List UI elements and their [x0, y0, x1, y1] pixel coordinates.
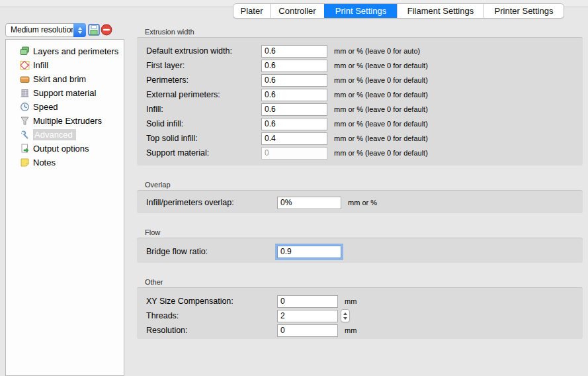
delete-preset-icon[interactable] — [101, 24, 112, 36]
tab-filament-settings[interactable]: Filament Settings — [397, 4, 483, 18]
first-layer-extrusion-width-input[interactable] — [261, 60, 327, 72]
skirt-icon — [20, 74, 30, 84]
save-preset-icon[interactable] — [88, 24, 100, 36]
tree-item-layers-and-perimeters[interactable]: Layers and perimeters — [6, 44, 124, 58]
section-flow: Bridge flow ratio: — [137, 238, 583, 263]
section-title-other: Other — [145, 278, 163, 286]
setting-row: Resolution: mm — [146, 323, 583, 338]
infill-perimeters-overlap-input[interactable] — [277, 197, 341, 209]
threads-input[interactable] — [277, 310, 338, 322]
settings-tree: Layers and perimeters Infill Skirt and b… — [5, 39, 124, 376]
setting-row: Support material: mm or % (leave 0 for d… — [146, 146, 583, 160]
setting-row: Infill: mm or % (leave 0 for default) — [146, 102, 583, 117]
preset-dropdown-value: Medium resolution (S… — [11, 24, 73, 36]
section-other: XY Size Compensation: mm Threads: Resolu… — [137, 287, 583, 339]
speed-icon — [20, 102, 30, 112]
tree-item-skirt-and-brim[interactable]: Skirt and brim — [6, 72, 124, 86]
external-perimeters-extrusion-width-input[interactable] — [261, 89, 327, 101]
tab-printer-settings[interactable]: Printer Settings — [483, 4, 564, 18]
setting-row: Threads: — [146, 308, 583, 323]
setting-row: External perimeters: mm or % (leave 0 fo… — [146, 87, 583, 102]
setting-row: XY Size Compensation: mm — [146, 294, 583, 308]
slic3r-print-settings-window: Plater Controller Print Settings Filamen… — [0, 0, 588, 376]
perimeters-extrusion-width-input[interactable] — [261, 74, 327, 87]
tab-print-settings[interactable]: Print Settings — [324, 4, 397, 18]
support-material-icon — [20, 88, 30, 98]
setting-row: Default extrusion width: mm or % (leave … — [146, 44, 583, 58]
tree-item-output-options[interactable]: Output options — [6, 142, 124, 156]
infill-extrusion-width-input[interactable] — [261, 103, 327, 116]
setting-row: Bridge flow ratio: — [146, 245, 583, 258]
section-title-overlap: Overlap — [145, 181, 171, 189]
resolution-input[interactable] — [277, 324, 338, 337]
layers-icon — [20, 46, 30, 56]
main-tab-bar: Plater Controller Print Settings Filamen… — [233, 3, 564, 19]
preset-dropdown[interactable]: Medium resolution (S… — [5, 23, 86, 37]
tab-controller[interactable]: Controller — [270, 4, 324, 18]
support-material-extrusion-width-input — [261, 147, 327, 160]
section-title-extrusion-width: Extrusion width — [145, 28, 194, 36]
bridge-flow-ratio-input[interactable] — [277, 246, 341, 258]
setting-row: Infill/perimeters overlap: mm or % — [146, 196, 583, 209]
output-options-icon — [20, 144, 30, 154]
xy-size-compensation-input[interactable] — [277, 295, 338, 308]
section-overlap: Infill/perimeters overlap: mm or % — [137, 190, 583, 213]
notes-icon — [20, 158, 30, 167]
tab-plater[interactable]: Plater — [233, 4, 270, 18]
section-title-flow: Flow — [145, 228, 160, 236]
setting-row: First layer: mm or % (leave 0 for defaul… — [146, 58, 583, 73]
section-extrusion-width: Default extrusion width: mm or % (leave … — [137, 37, 583, 165]
threads-stepper[interactable] — [341, 309, 350, 322]
dropdown-stepper-icon[interactable] — [73, 23, 86, 37]
tree-item-multiple-extruders[interactable]: Multiple Extruders — [6, 114, 124, 128]
solid-infill-extrusion-width-input[interactable] — [261, 118, 327, 130]
default-extrusion-width-input[interactable] — [261, 45, 327, 58]
tree-item-support-material[interactable]: Support material — [6, 86, 124, 100]
top-solid-infill-extrusion-width-input[interactable] — [261, 132, 327, 145]
setting-row: Top solid infill: mm or % (leave 0 for d… — [146, 131, 583, 146]
setting-row: Perimeters: mm or % (leave 0 for default… — [146, 73, 583, 87]
infill-icon — [20, 60, 30, 70]
wrench-icon — [20, 130, 30, 140]
multiple-extruders-icon — [20, 116, 30, 126]
tree-item-notes[interactable]: Notes — [6, 156, 124, 169]
tree-item-infill[interactable]: Infill — [6, 58, 124, 72]
tree-item-speed[interactable]: Speed — [6, 100, 124, 114]
setting-row: Solid infill: mm or % (leave 0 for defau… — [146, 117, 583, 131]
tree-item-advanced[interactable]: Advanced — [6, 128, 124, 142]
